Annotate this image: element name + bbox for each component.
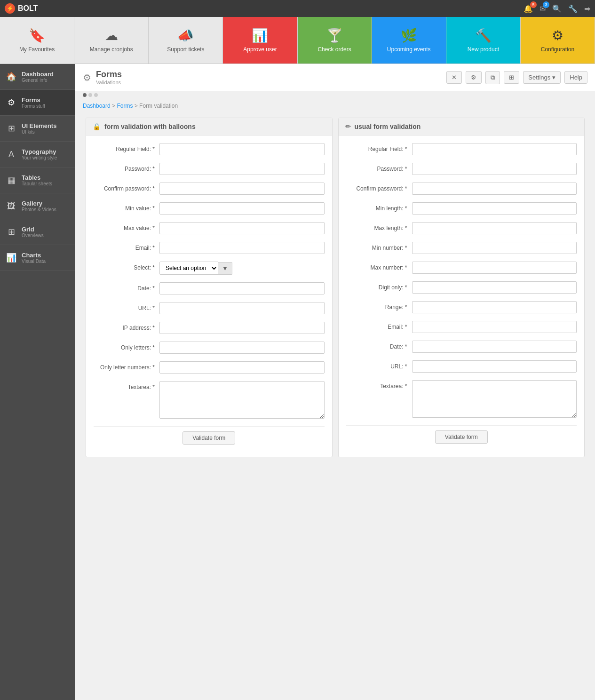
only-letters-row: Only letters: * [94, 342, 325, 354]
breadcrumb-current: Form validation [139, 103, 178, 109]
settings-dropdown-btn[interactable]: Settings ▾ [523, 71, 561, 84]
app-logo: ⚡ BOLT [5, 3, 38, 14]
range-row: Range: * [346, 301, 577, 313]
textarea-input-2[interactable] [412, 380, 577, 418]
max-number-label: Max number: * [346, 262, 407, 271]
quickbar-label-check-orders: Check orders [317, 46, 351, 53]
min-number-label: Min number: * [346, 242, 407, 251]
forward-btn[interactable]: ➡ [584, 4, 590, 13]
min-value-input[interactable] [159, 202, 325, 215]
quickbar-icon-configuration: ⚙ [552, 28, 563, 43]
sidebar-item-grid[interactable]: ⊞ Grid Overviews [0, 219, 75, 245]
confirm-password-row-2: Confirm password: * [346, 183, 577, 195]
sidebar-subtitle-tables: Tabular sheets [22, 181, 52, 186]
date-input-2[interactable] [412, 341, 577, 353]
password-label-2: Password: * [346, 163, 407, 172]
quickbar-item-new-product[interactable]: 🔨 New product [446, 17, 521, 64]
textarea-input-1[interactable] [159, 381, 325, 419]
confirm-password-input[interactable] [159, 183, 325, 195]
validate-form-btn-1[interactable]: Validate form [182, 431, 235, 445]
min-number-input[interactable] [412, 242, 577, 254]
close-btn[interactable]: ✕ [446, 71, 462, 84]
notifications-btn[interactable]: 🔔 5 [524, 4, 533, 13]
quickbar-item-approve-user[interactable]: 📊 Approve user [223, 17, 297, 64]
tab-dot-1 [83, 93, 87, 97]
balloon-form-header: 🔒 form validation with balloons [86, 118, 332, 135]
sidebar-item-tables[interactable]: ▦ Tables Tabular sheets [0, 167, 75, 193]
quickbar-icon-check-orders: 🍸 [326, 28, 343, 43]
select-row: Select: * Select an option ▼ [94, 262, 325, 275]
max-number-input[interactable] [412, 262, 577, 274]
sidebar-item-typography[interactable]: A Typography Your writing style [0, 142, 75, 167]
regular-field-input[interactable] [159, 143, 325, 155]
quickbar-label-manage-cronjobs: Manage cronjobs [90, 46, 133, 53]
sidebar-item-dashboard[interactable]: 🏠 Dashboard General info [0, 64, 75, 90]
validate-form-btn-2[interactable]: Validate form [435, 430, 488, 444]
tab-dot-3 [94, 93, 98, 97]
quickbar-item-configuration[interactable]: ⚙ Configuration [521, 17, 595, 64]
sidebar-title-tables: Tables [22, 174, 52, 181]
breadcrumb-dashboard[interactable]: Dashboard [83, 103, 111, 109]
ip-address-row: IP address: * [94, 322, 325, 334]
quickbar-item-upcoming-events[interactable]: 🌿 Upcoming events [372, 17, 446, 64]
breadcrumb-forms[interactable]: Forms [117, 103, 133, 109]
sidebar-item-charts[interactable]: 📊 Charts Visual Data [0, 245, 75, 271]
copy-btn[interactable]: ⧉ [485, 71, 500, 84]
email-input-1[interactable] [159, 242, 325, 254]
quickbar-item-check-orders[interactable]: 🍸 Check orders [298, 17, 372, 64]
sidebar-title-ui-elements: UI Elements [22, 122, 56, 129]
ip-address-input[interactable] [159, 322, 325, 334]
quickbar-item-my-favourites[interactable]: 🔖 My Favourites [0, 17, 74, 64]
sidebar-item-ui-elements[interactable]: ⊞ UI Elements UI kits [0, 116, 75, 142]
url-input-2[interactable] [412, 360, 577, 373]
notifications-badge: 5 [530, 1, 537, 8]
messages-btn[interactable]: ✉ 3 [539, 4, 546, 13]
quickbar-label-new-product: New product [468, 46, 499, 53]
regular-field-row-2: Regular Field: * [346, 143, 577, 155]
sidebar-title-forms: Forms [22, 96, 45, 103]
digit-only-label: Digit only: * [346, 281, 407, 291]
help-btn[interactable]: Help [564, 71, 587, 84]
page-subtitle: Validations [96, 80, 122, 85]
usual-form-footer: Validate form [346, 425, 577, 448]
sidebar-subtitle-grid: Overviews [22, 233, 44, 238]
regular-field-input-2[interactable] [412, 143, 577, 155]
password-input[interactable] [159, 163, 325, 175]
sidebar-icon-grid: ⊞ [6, 227, 17, 237]
only-letters-input[interactable] [159, 342, 325, 354]
url-row-2: URL: * [346, 360, 577, 373]
quickbar-item-support-tickets[interactable]: 📣 Support tickets [149, 17, 223, 64]
select-input[interactable]: Select an option [159, 262, 218, 275]
max-length-input[interactable] [412, 222, 577, 234]
sidebar-subtitle-ui-elements: UI kits [22, 129, 56, 135]
date-input-1[interactable] [159, 282, 325, 294]
sidebar-item-gallery[interactable]: 🖼 Gallery Photos & Videos [0, 193, 75, 219]
min-value-row: Min value: * [94, 202, 325, 215]
email-input-2[interactable] [412, 321, 577, 333]
select-arrow-btn[interactable]: ▼ [218, 262, 232, 275]
sidebar-icon-ui-elements: ⊞ [6, 123, 17, 134]
max-value-input[interactable] [159, 222, 325, 234]
password-input-2[interactable] [412, 163, 577, 175]
min-length-input[interactable] [412, 202, 577, 215]
url-label-1: URL: * [94, 302, 155, 311]
confirm-password-input-2[interactable] [412, 183, 577, 195]
only-letter-numbers-label: Only letter numbers: * [94, 361, 155, 371]
range-input[interactable] [412, 301, 577, 313]
sidebar-title-dashboard: Dashboard [22, 71, 54, 78]
only-letter-numbers-input[interactable] [159, 361, 325, 374]
digit-only-input[interactable] [412, 281, 577, 294]
settings-btn[interactable]: 🔧 [568, 4, 578, 13]
quickbar-label-upcoming-events: Upcoming events [387, 46, 431, 53]
search-btn[interactable]: 🔍 [552, 4, 562, 13]
chart-btn[interactable]: ⊞ [504, 71, 519, 84]
only-letter-numbers-row: Only letter numbers: * [94, 361, 325, 374]
quickbar-item-manage-cronjobs[interactable]: ☁ Manage cronjobs [74, 17, 149, 64]
gear-btn[interactable]: ⚙ [466, 71, 482, 84]
confirm-password-row: Confirm password: * [94, 183, 325, 195]
email-label-1: Email: * [94, 242, 155, 251]
sidebar-subtitle-typography: Your writing style [22, 155, 57, 160]
min-value-label: Min value: * [94, 202, 155, 212]
url-input-1[interactable] [159, 302, 325, 314]
sidebar-item-forms[interactable]: ⚙ Forms Forms stuff [0, 90, 75, 116]
